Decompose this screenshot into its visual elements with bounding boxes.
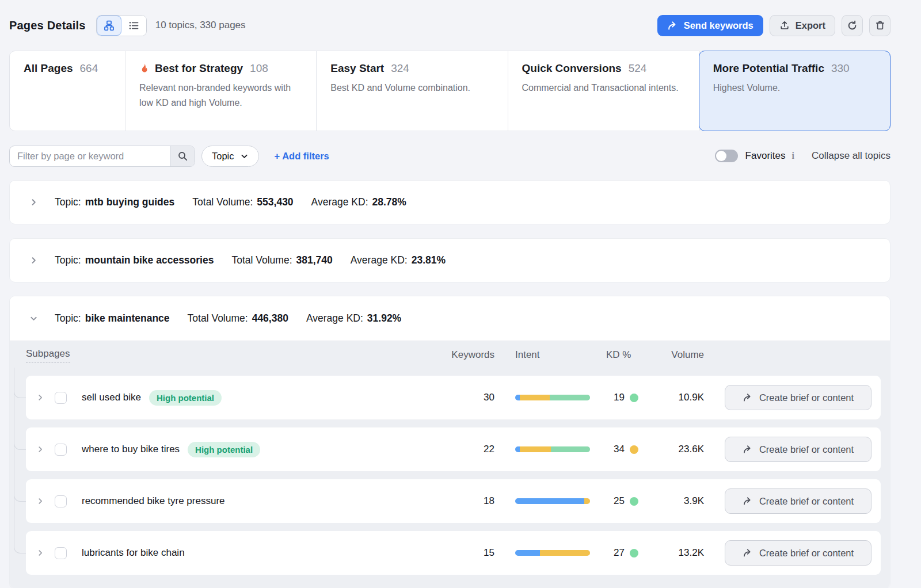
add-filters-link[interactable]: + Add filters bbox=[275, 151, 329, 162]
row-checkbox[interactable] bbox=[55, 495, 67, 507]
segment-tabs: All Pages 664 Best for Strategy 108 Rele… bbox=[9, 51, 890, 131]
volume-value: 10.9K bbox=[664, 392, 704, 403]
trash-button[interactable] bbox=[869, 15, 890, 36]
keywords-count: 22 bbox=[443, 444, 494, 455]
flame-icon bbox=[139, 63, 150, 75]
chevron-down-icon bbox=[240, 152, 249, 161]
chevron-right-icon[interactable] bbox=[36, 497, 45, 505]
topic-row-mtb-buying-guides[interactable]: Topic: mtb buying guides Total Volume: 5… bbox=[9, 180, 890, 224]
topic-row-mountain-bike-accessories[interactable]: Topic: mountain bike accessories Total V… bbox=[9, 238, 890, 282]
tab-all-pages[interactable]: All Pages 664 bbox=[9, 51, 125, 131]
tab-count: 664 bbox=[80, 62, 98, 75]
create-brief-button[interactable]: Create brief or content bbox=[725, 385, 871, 410]
kd-dot bbox=[630, 549, 638, 558]
topic-row-bike-maintenance[interactable]: Topic: bike maintenance Total Volume: 44… bbox=[10, 296, 890, 341]
arrow-curve-right-icon bbox=[743, 393, 753, 402]
high-potential-badge: High potential bbox=[188, 442, 260, 457]
refresh-button[interactable] bbox=[842, 15, 863, 36]
tab-description: Best KD and Volume combination. bbox=[330, 81, 493, 96]
column-kd: KD % bbox=[606, 349, 638, 361]
column-volume: Volume bbox=[664, 349, 704, 361]
chevron-right-icon[interactable] bbox=[36, 394, 45, 402]
tab-description: Relevant non-branded keywords with low K… bbox=[139, 81, 302, 110]
collapse-all-topics-link[interactable]: Collapse all topics bbox=[812, 150, 890, 162]
tab-best-for-strategy[interactable]: Best for Strategy 108 Relevant non-brand… bbox=[125, 51, 317, 131]
row-checkbox[interactable] bbox=[55, 444, 67, 456]
volume-value: 13.2K bbox=[664, 547, 704, 559]
intent-bar bbox=[515, 550, 590, 556]
refresh-icon bbox=[847, 20, 858, 31]
topic-average-kd: 28.78% bbox=[372, 196, 406, 208]
kd-value: 34 bbox=[614, 444, 625, 455]
kd-value: 19 bbox=[614, 392, 625, 403]
kd-value: 25 bbox=[614, 495, 625, 507]
tab-count: 324 bbox=[391, 62, 409, 75]
topic-total-volume: 553,430 bbox=[257, 196, 293, 208]
trash-icon bbox=[875, 20, 885, 30]
tab-count: 330 bbox=[831, 62, 850, 75]
tab-count: 524 bbox=[629, 62, 647, 75]
volume-value: 23.6K bbox=[664, 444, 704, 455]
topic-dropdown[interactable]: Topic bbox=[201, 146, 259, 167]
tab-count: 108 bbox=[250, 62, 268, 75]
tab-easy-start[interactable]: Easy Start 324 Best KD and Volume combin… bbox=[316, 51, 508, 131]
tab-description: Highest Volume. bbox=[713, 81, 876, 96]
list-icon bbox=[128, 20, 139, 31]
topic-name: mtb buying guides bbox=[85, 196, 175, 208]
export-button[interactable]: Export bbox=[770, 15, 835, 36]
chevron-right-icon[interactable] bbox=[36, 445, 45, 453]
send-keywords-button[interactable]: Send keywords bbox=[657, 15, 763, 36]
topic-average-kd: 31.92% bbox=[367, 312, 401, 324]
tree-view-button[interactable] bbox=[97, 16, 121, 36]
volume-value: 3.9K bbox=[664, 495, 704, 507]
arrow-curve-right-icon bbox=[667, 21, 678, 30]
filter-input[interactable] bbox=[10, 146, 170, 166]
subpages-table: Subpages Keywords Intent KD % Volume sel… bbox=[10, 341, 890, 588]
row-checkbox[interactable] bbox=[55, 392, 67, 404]
tab-description: Commercial and Transactional intents. bbox=[522, 81, 685, 96]
create-brief-button[interactable]: Create brief or content bbox=[725, 540, 871, 566]
row-checkbox[interactable] bbox=[55, 547, 67, 559]
subpage-row: where to buy bike tires High potential 2… bbox=[26, 427, 881, 471]
high-potential-badge: High potential bbox=[149, 390, 222, 406]
upload-icon bbox=[779, 20, 790, 30]
subpage-name: lubricants for bike chain bbox=[82, 547, 185, 559]
topic-total-volume: 381,740 bbox=[296, 254, 333, 266]
search-button[interactable] bbox=[170, 146, 195, 166]
kd-value: 27 bbox=[614, 547, 625, 559]
keywords-count: 30 bbox=[443, 392, 494, 403]
chevron-right-icon[interactable] bbox=[36, 549, 45, 557]
subpage-name: where to buy bike tires bbox=[82, 444, 180, 455]
chevron-right-icon bbox=[29, 256, 39, 265]
column-subpages[interactable]: Subpages bbox=[26, 348, 70, 362]
intent-bar bbox=[515, 498, 590, 504]
intent-bar bbox=[515, 395, 590, 400]
arrow-curve-right-icon bbox=[743, 445, 753, 454]
arrow-curve-right-icon bbox=[743, 497, 753, 506]
filter-bar: Topic + Add filters Favorites i Collapse… bbox=[9, 146, 890, 166]
kd-dot bbox=[630, 394, 638, 402]
create-brief-button[interactable]: Create brief or content bbox=[725, 488, 871, 514]
subpage-name: recommended bike tyre pressure bbox=[82, 495, 225, 507]
subpage-name: sell used bike bbox=[82, 392, 141, 403]
topics-summary: 10 topics, 330 pages bbox=[155, 20, 246, 31]
chevron-down-icon bbox=[29, 314, 39, 323]
topic-average-kd: 23.81% bbox=[412, 254, 446, 266]
topic-name: bike maintenance bbox=[85, 312, 170, 324]
info-icon[interactable]: i bbox=[792, 151, 794, 161]
pages-details-screen: Pages Details bbox=[0, 0, 921, 588]
intent-bar bbox=[515, 446, 590, 452]
column-keywords: Keywords bbox=[443, 349, 494, 361]
favorites-label: Favorites bbox=[745, 150, 786, 162]
topic-section-bike-maintenance: Topic: bike maintenance Total Volume: 44… bbox=[9, 296, 890, 588]
keyword-filter bbox=[9, 146, 195, 167]
create-brief-button[interactable]: Create brief or content bbox=[725, 437, 871, 462]
search-icon bbox=[177, 151, 188, 162]
kd-dot bbox=[630, 445, 638, 454]
subpage-row: lubricants for bike chain 15 27 13.2K Cr… bbox=[26, 531, 881, 575]
favorites-toggle[interactable] bbox=[715, 150, 738, 162]
subpages-table-header: Subpages Keywords Intent KD % Volume bbox=[26, 341, 881, 369]
tab-more-potential-traffic[interactable]: More Potential Traffic 330 Highest Volum… bbox=[699, 51, 890, 131]
list-view-button[interactable] bbox=[121, 16, 146, 36]
tab-quick-conversions[interactable]: Quick Conversions 524 Commercial and Tra… bbox=[508, 51, 699, 131]
